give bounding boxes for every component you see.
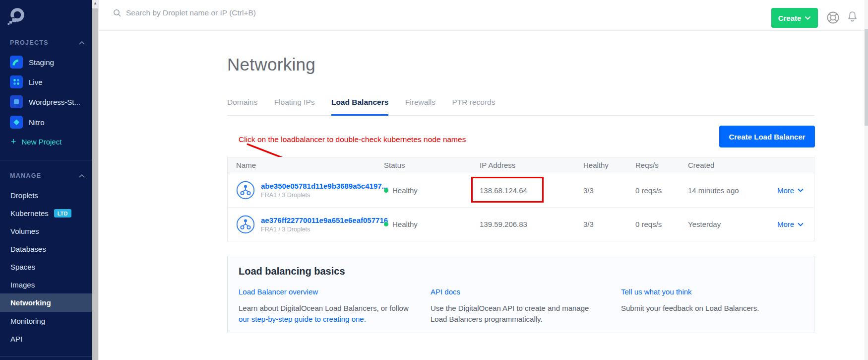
red-annotation-text: Click on the loadbalancer to double-chec… xyxy=(239,135,466,144)
api-docs-link[interactable]: API docs xyxy=(431,288,460,296)
sidebar-item-wordpress[interactable]: Wordpress-St... xyxy=(0,92,92,112)
step-by-step-guide-link[interactable]: our step-by-step guide to creating one. xyxy=(239,315,366,323)
global-search xyxy=(113,8,384,17)
projects-label: PROJECTS xyxy=(10,39,49,46)
status-text: Healthy xyxy=(392,186,418,195)
column-header-name: Name xyxy=(236,161,384,169)
notifications-bell-icon[interactable] xyxy=(846,10,859,25)
tab-load-balancers[interactable]: Load Balancers xyxy=(331,98,388,116)
sidebar-item-label: Live xyxy=(29,78,43,86)
sidebar-item-label: Staging xyxy=(29,58,54,67)
page-title: Networking xyxy=(227,55,315,74)
project-nitro-icon xyxy=(10,116,23,129)
tab-domains[interactable]: Domains xyxy=(227,98,257,114)
page-scrollbar[interactable] xyxy=(865,0,868,360)
project-live-icon xyxy=(10,75,23,88)
basics-column-api: API docs Use the DigitalOcean API to cre… xyxy=(431,288,621,325)
tab-ptr-records[interactable]: PTR records xyxy=(452,98,495,114)
load-balancer-icon xyxy=(236,181,255,200)
tab-firewalls[interactable]: Firewalls xyxy=(405,98,435,114)
page-scrollbar-thumb[interactable] xyxy=(865,29,868,126)
chevron-up-icon xyxy=(79,174,85,178)
sidebar-scrollbar[interactable]: ▲ xyxy=(92,0,99,360)
sidebar-item-images[interactable]: Images xyxy=(0,276,92,293)
help-lifebuoy-icon[interactable] xyxy=(826,10,840,27)
column-header-status: Status xyxy=(384,161,480,169)
table-row[interactable]: ae376ff22770011e9a651e6eaf057716 FRA1 / … xyxy=(228,207,814,241)
requests-per-second: 0 reqs/s xyxy=(635,186,688,195)
basics-text: Use the DigitalOcean API to create and m… xyxy=(431,303,604,325)
created-time: 14 minutes ago xyxy=(688,186,777,195)
more-dropdown-button[interactable]: More xyxy=(777,186,814,195)
feedback-link[interactable]: Tell us what you think xyxy=(621,288,692,296)
new-project-button[interactable]: + New Project xyxy=(0,132,92,151)
table-row[interactable]: abe350e05781d11e9b3689a5c4197... FRA1 / … xyxy=(228,173,814,207)
chevron-down-icon xyxy=(798,222,804,226)
sidebar-scrollbar-thumb[interactable] xyxy=(92,8,98,360)
load-balancing-basics-card: Load balancing basics Load Balancer over… xyxy=(227,256,814,333)
sidebar-item-staging[interactable]: Staging xyxy=(0,52,92,72)
scrollbar-up-arrow-icon[interactable]: ▲ xyxy=(92,1,99,5)
sidebar-item-droplets[interactable]: Droplets xyxy=(0,186,92,204)
load-balancer-overview-link[interactable]: Load Balancer overview xyxy=(239,288,318,296)
load-balancer-name-link[interactable]: abe350e05781d11e9b3689a5c4197... xyxy=(261,182,388,190)
healthy-status-dot xyxy=(384,188,388,193)
sidebar-item-kubernetes[interactable]: Kubernetes LTD xyxy=(0,204,92,222)
project-wordpress-icon xyxy=(10,95,23,108)
sidebar-item-nitro[interactable]: Nitro xyxy=(0,112,92,132)
manage-section-header[interactable]: MANAGE xyxy=(10,171,85,181)
more-dropdown-button[interactable]: More xyxy=(777,220,814,228)
ltd-badge: LTD xyxy=(54,209,71,217)
create-button[interactable]: Create xyxy=(771,8,818,28)
sidebar-item-label: Nitro xyxy=(29,118,45,127)
column-header-ip: IP Address xyxy=(480,161,583,169)
basics-column-feedback: Tell us what you think Submit your feedb… xyxy=(621,288,803,325)
sidebar-item-volumes[interactable]: Volumes xyxy=(0,222,92,240)
sidebar-item-api[interactable]: API xyxy=(0,330,92,348)
chevron-down-icon xyxy=(798,188,804,192)
chevron-down-icon xyxy=(805,16,811,20)
basics-column-overview: Load Balancer overview Learn about Digit… xyxy=(239,288,431,325)
sidebar-item-databases[interactable]: Databases xyxy=(0,240,92,258)
chevron-up-icon xyxy=(79,41,85,45)
load-balancer-name-link[interactable]: ae376ff22770011e9a651e6eaf057716 xyxy=(261,216,388,224)
basics-text: Learn about DigitalOcean Load Balancers,… xyxy=(239,304,409,312)
column-header-created: Created xyxy=(688,161,777,169)
networking-tabs: Domains Floating IPs Load Balancers Fire… xyxy=(227,98,814,116)
manage-label: MANAGE xyxy=(10,172,41,179)
sidebar: PROJECTS Staging Live Wordpress-St... xyxy=(0,0,92,360)
sidebar-item-networking[interactable]: Networking xyxy=(0,293,92,312)
digitalocean-control-panel: PROJECTS Staging Live Wordpress-St... xyxy=(0,0,868,360)
digitalocean-logo-icon[interactable] xyxy=(7,7,26,28)
sidebar-item-live[interactable]: Live xyxy=(0,72,92,92)
basics-text: Submit your feedback on Load Balancers. xyxy=(621,303,795,314)
tab-floating-ips[interactable]: Floating IPs xyxy=(274,98,315,114)
search-icon xyxy=(113,9,122,17)
load-balancer-subtitle: FRA1 / 3 Droplets xyxy=(261,192,388,199)
new-project-label: New Project xyxy=(22,138,62,146)
sidebar-divider xyxy=(0,160,92,160)
plus-icon: + xyxy=(11,137,16,147)
sidebar-item-spaces[interactable]: Spaces xyxy=(0,258,92,276)
topbar: Create xyxy=(99,0,865,31)
load-balancer-table: Name Status IP Address Healthy Reqs/s Cr… xyxy=(227,157,814,241)
load-balancer-icon xyxy=(236,215,255,234)
status-text: Healthy xyxy=(392,220,418,228)
sidebar-item-monitoring[interactable]: Monitoring xyxy=(0,312,92,330)
project-staging-icon xyxy=(10,56,23,69)
healthy-status-dot xyxy=(384,222,388,226)
search-input[interactable] xyxy=(126,8,384,17)
projects-section-header[interactable]: PROJECTS xyxy=(10,38,85,48)
sidebar-item-label: Wordpress-St... xyxy=(29,98,80,106)
requests-per-second: 0 reqs/s xyxy=(635,220,688,228)
load-balancer-subtitle: FRA1 / 3 Droplets xyxy=(261,226,388,233)
basics-title: Load balancing basics xyxy=(239,266,803,277)
healthy-count: 3/3 xyxy=(583,186,635,195)
create-load-balancer-button[interactable]: Create Load Balancer xyxy=(719,126,815,147)
column-header-reqs: Reqs/s xyxy=(635,161,688,169)
table-header-row: Name Status IP Address Healthy Reqs/s Cr… xyxy=(228,157,814,173)
sidebar-divider xyxy=(0,356,92,357)
column-header-healthy: Healthy xyxy=(583,161,635,169)
healthy-count: 3/3 xyxy=(583,220,635,228)
created-time: Yesterday xyxy=(688,220,777,228)
